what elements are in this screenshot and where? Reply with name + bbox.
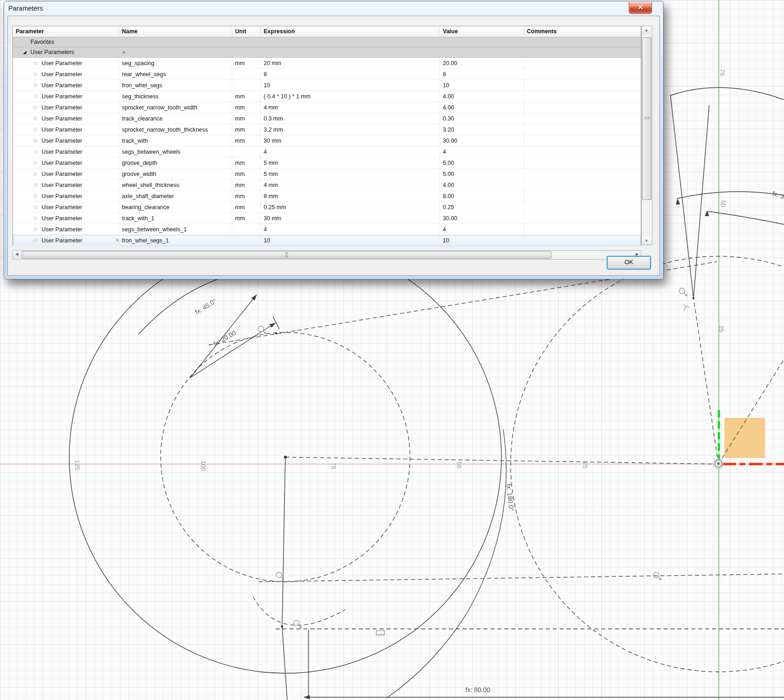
track-bottom-tangent-line[interactable]	[259, 574, 784, 582]
param-comment-cell[interactable]	[524, 235, 641, 246]
param-value-cell[interactable]: 30.00	[440, 213, 524, 224]
param-name-cell[interactable]: sprocket_narrow_tooth_width	[119, 102, 232, 113]
param-unit-cell[interactable]: mm	[232, 124, 261, 135]
dim-v-right-line[interactable]	[694, 105, 709, 298]
parameter-row[interactable]: ☆User Parameterfron_whel_segs1010	[13, 80, 641, 91]
param-unit-cell[interactable]	[232, 69, 261, 80]
spoke-extension-line[interactable]	[282, 627, 287, 700]
param-expression-cell[interactable]: 4	[261, 146, 440, 157]
param-comment-cell[interactable]	[524, 113, 641, 124]
param-name-cell[interactable]: fron_whel_segs_1	[119, 235, 232, 246]
scroll-up-button[interactable]: ▲	[642, 26, 651, 34]
param-name-cell[interactable]: track_clearance	[119, 113, 232, 124]
dim-fx3-arc[interactable]	[677, 192, 784, 199]
favorite-star-icon[interactable]: ☆	[33, 157, 38, 169]
favorite-star-icon[interactable]: ☆	[33, 102, 38, 113]
parameter-type-cell[interactable]: ☆User Parameter	[13, 146, 119, 157]
param-comment-cell[interactable]	[524, 191, 641, 202]
parameter-type-cell[interactable]: ☆User Parameter	[13, 113, 119, 124]
param-name-cell[interactable]: groove_width	[119, 169, 232, 180]
parameter-type-cell[interactable]: ☆User Parameter	[13, 202, 119, 213]
param-value-cell[interactable]: 4.00	[440, 180, 524, 191]
parameter-row[interactable]: ☆User Parametergroove_widthmm5 mm5.00	[13, 169, 641, 180]
param-name-cell[interactable]: track_with	[119, 135, 232, 146]
param-comment-cell[interactable]	[524, 102, 641, 113]
param-expression-cell[interactable]: 4	[261, 224, 440, 235]
parameter-row[interactable]: ☆User Parameteraxle_shaft_diametermm8 mm…	[13, 191, 641, 202]
param-comment-cell[interactable]	[524, 58, 641, 69]
param-comment-cell[interactable]	[524, 80, 641, 91]
param-unit-cell[interactable]: mm	[232, 191, 261, 202]
sketch-point[interactable]	[275, 332, 277, 334]
column-header-parameter[interactable]: Parameter	[13, 26, 119, 37]
parameter-row[interactable]: ☆User Parametertrack_withmm30 mm30.00	[13, 135, 641, 146]
param-unit-cell[interactable]: mm	[232, 169, 261, 180]
parameter-row[interactable]: ☆User Parametersegs_between_wheels44	[13, 146, 641, 157]
horizontal-scrollbar[interactable]: ◀ ≡≡ ▶	[12, 250, 641, 259]
favorite-star-icon[interactable]: ☆	[33, 91, 38, 102]
param-unit-cell[interactable]: mm	[232, 213, 261, 224]
ground-constraint-icon[interactable]	[376, 631, 385, 636]
parameter-row[interactable]: ☆User Parametersprocket_narrow_tooth_wid…	[13, 102, 641, 113]
column-header-name[interactable]: Name	[119, 26, 232, 37]
favorite-star-icon[interactable]: ☆	[33, 169, 38, 180]
scroll-down-button[interactable]: ▼	[642, 237, 651, 245]
param-expression-cell[interactable]: 4 mm	[261, 102, 440, 113]
param-value-cell[interactable]: 30.00	[440, 135, 524, 146]
param-name-cell[interactable]: groove_depth	[119, 157, 232, 169]
favorite-star-icon[interactable]: ☆	[33, 124, 38, 135]
parameter-type-cell[interactable]: ☆User Parameter	[13, 157, 119, 169]
favorite-star-icon[interactable]: ☆	[33, 113, 38, 124]
param-name-cell[interactable]: fron_whel_segs	[119, 80, 232, 91]
column-header-value[interactable]: Value	[440, 26, 524, 37]
dimension-value-label[interactable]: fx: 3	[771, 190, 784, 200]
column-header-expression[interactable]: Expression	[261, 26, 440, 37]
param-value-cell[interactable]: 5.00	[440, 157, 524, 169]
param-value-cell[interactable]: 10	[440, 80, 524, 91]
dim-v-left-line[interactable]	[670, 95, 694, 298]
parameter-row[interactable]: ☆User Parameter✕fron_whel_segs_11010	[13, 235, 641, 246]
param-expression-cell[interactable]: 30 mm	[261, 213, 440, 224]
param-name-cell[interactable]: rear_wheel_segs	[119, 69, 232, 80]
param-value-cell[interactable]: 20.00	[440, 58, 524, 69]
dim-75-arc[interactable]	[670, 88, 784, 100]
param-comment-cell[interactable]	[524, 169, 641, 180]
param-comment-cell[interactable]	[524, 202, 641, 213]
param-value-cell[interactable]: 8	[440, 69, 524, 80]
param-unit-cell[interactable]: mm	[232, 113, 261, 124]
param-expression-cell[interactable]: 20 mm	[261, 58, 440, 69]
param-name-cell[interactable]: wheel_shell_thickness	[119, 180, 232, 191]
parameter-row[interactable]: ☆User Parametertrack_clearancemm0.3 mm0.…	[13, 113, 641, 124]
param-expression-cell[interactable]: 8	[261, 69, 440, 80]
param-value-cell[interactable]: 10	[440, 235, 524, 246]
param-value-cell[interactable]: 3.20	[440, 124, 524, 135]
param-name-cell[interactable]: bearing_clearance	[119, 202, 232, 213]
scroll-left-button[interactable]: ◀	[13, 251, 21, 258]
favorite-star-icon[interactable]: ☆	[33, 58, 38, 69]
param-comment-cell[interactable]	[524, 146, 641, 157]
arc-180-dimension[interactable]	[386, 429, 506, 698]
param-expression-cell[interactable]: ( 0.4 * 10 ) * 1 mm	[261, 91, 440, 102]
parameter-type-cell[interactable]: ☆User Parameter	[13, 180, 119, 191]
param-comment-cell[interactable]	[524, 224, 641, 235]
param-unit-cell[interactable]	[232, 80, 261, 91]
param-unit-cell[interactable]: mm	[232, 58, 261, 69]
parameter-row[interactable]: ☆User Parameterwheel_shell_thicknessmm4 …	[13, 180, 641, 191]
param-name-cell[interactable]: sprocket_narrow_tooth_thickness	[119, 124, 232, 135]
param-name-cell[interactable]: segs_between_wheels	[119, 146, 232, 157]
param-value-cell[interactable]: 4.00	[440, 102, 524, 113]
parameter-type-cell[interactable]: ☆User Parameter	[13, 124, 119, 135]
param-value-cell[interactable]: 4	[440, 146, 524, 157]
origin-point[interactable]	[713, 458, 724, 469]
parameter-type-cell[interactable]: ☆User Parameter	[13, 224, 119, 235]
favorite-star-icon[interactable]: ☆	[33, 69, 38, 80]
parameter-type-cell[interactable]: ☆User Parameter✕	[13, 235, 119, 246]
param-name-cell[interactable]: seg_spacing	[119, 58, 232, 69]
param-comment-cell[interactable]	[524, 91, 641, 102]
param-value-cell[interactable]: 5.00	[440, 169, 524, 180]
parameter-type-cell[interactable]: ☆User Parameter	[13, 91, 119, 102]
dimension-value-label[interactable]: fx: 20.00	[212, 329, 237, 348]
parameter-type-cell[interactable]: ☆User Parameter	[13, 169, 119, 180]
param-unit-cell[interactable]: mm	[232, 135, 261, 146]
favorite-star-icon[interactable]: ☆	[33, 224, 38, 235]
